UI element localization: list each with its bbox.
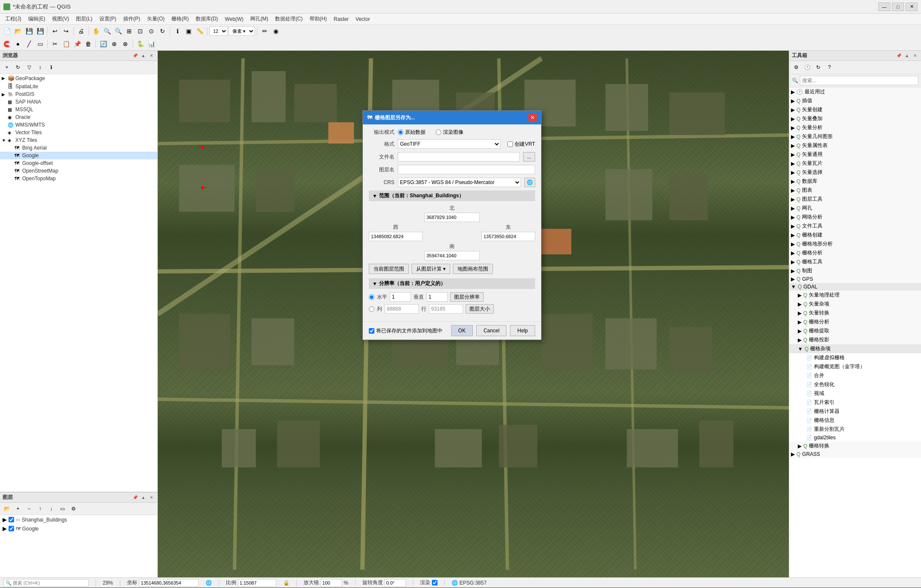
tile-size-btn[interactable]: 图层大小 xyxy=(466,304,494,314)
toolbox-vector-general[interactable]: ▶ Q 矢量通用 xyxy=(789,150,921,159)
menu-layer[interactable]: 图层(L) xyxy=(72,14,96,23)
toolbox-gdal[interactable]: ▼ Q GDAL xyxy=(789,283,921,291)
toolbox-gdal-vector-convert[interactable]: ▶ Q 矢量转换 xyxy=(789,308,921,317)
toolbox-pansharpen[interactable]: 📄 全色锐化 xyxy=(789,380,921,389)
browser-expand-btn[interactable]: ▲ xyxy=(140,52,147,59)
toolbox-build-vrt[interactable]: 📄 构建虚拟栅格 xyxy=(789,353,921,362)
menu-mesh[interactable]: 网孔(M) xyxy=(247,14,272,23)
browser-close-btn[interactable]: ✕ xyxy=(148,52,155,59)
toolbox-file-tools[interactable]: ▶ Q 文件工具 xyxy=(789,222,921,231)
south-input[interactable] xyxy=(424,251,480,260)
layers-remove-btn[interactable]: − xyxy=(24,504,34,514)
res-mode-radio[interactable] xyxy=(369,294,374,300)
toolbox-gdal-raster-extract[interactable]: ▶ Q 栅格提取 xyxy=(789,326,921,335)
tree-item-spatialite[interactable]: ▶ 🗄 SpatiaLite xyxy=(0,82,157,90)
layers-down-btn[interactable]: ↓ xyxy=(46,504,56,514)
toolbox-tile-index[interactable]: 📄 瓦片索引 xyxy=(789,398,921,407)
raw-data-radio[interactable] xyxy=(398,130,403,135)
toolbox-retile[interactable]: 📄 重新分割瓦片 xyxy=(789,425,921,434)
crs-btn[interactable]: 🌐 xyxy=(524,178,535,187)
map-area[interactable]: ➜ ➜ 🗺 栅格图层另存为... ✕ 输出模式 xyxy=(158,51,789,577)
layer-res-btn[interactable]: 图层分辨率 xyxy=(450,292,484,302)
extent-collapse-icon[interactable]: ▼ xyxy=(372,193,377,199)
north-input[interactable] xyxy=(424,213,480,222)
cut-btn[interactable]: ✂ xyxy=(50,39,60,49)
toolbox-gdal-raster-misc[interactable]: ▼ Q 栅格杂项 xyxy=(789,344,921,353)
toolbox-gdal2tiles[interactable]: 📄 gdal2tiles xyxy=(789,434,921,441)
dialog-close-btn[interactable]: ✕ xyxy=(528,113,537,122)
move-btn[interactable]: ⊕ xyxy=(109,39,119,49)
render-checkbox[interactable] xyxy=(432,580,437,585)
tree-item-mssql[interactable]: ▶ ▦ MSSQL xyxy=(0,106,157,113)
toolbox-vector-geometry[interactable]: ▶ Q 矢量几何图形 xyxy=(789,132,921,141)
rotate-btn[interactable]: 🔄 xyxy=(98,39,108,49)
vert-input[interactable] xyxy=(426,292,448,302)
layername-input[interactable] xyxy=(398,165,535,174)
add-polygon-btn[interactable]: ▭ xyxy=(35,39,45,49)
layers-expand-btn[interactable]: ▲ xyxy=(140,494,147,501)
toolbox-mesh[interactable]: ▶ Q 网孔 xyxy=(789,204,921,213)
tree-item-oracle[interactable]: ▶ ◉ Oracle xyxy=(0,113,157,121)
ok-btn[interactable]: OK xyxy=(451,325,473,336)
rendered-option[interactable]: 渲染图像 xyxy=(436,129,463,136)
tree-item-vector-tiles[interactable]: ▶ ◈ Vector Tiles xyxy=(0,129,157,136)
save-as-btn[interactable]: 💾 xyxy=(35,26,45,36)
menu-raster2[interactable]: Raster xyxy=(330,15,352,23)
raw-data-option[interactable]: 原始数据 xyxy=(398,129,426,136)
menu-processing[interactable]: 数据处理(C) xyxy=(272,14,306,23)
postgis-arrow[interactable]: ▶ xyxy=(2,92,8,97)
tree-item-osm[interactable]: ▶ 🗺 OpenStreetMap xyxy=(0,167,157,175)
rendered-radio[interactable] xyxy=(436,130,441,135)
tree-item-google[interactable]: ▶ 🗺 Google xyxy=(0,152,157,159)
paste-btn[interactable]: 📌 xyxy=(72,39,82,49)
toolbox-gdal-raster-analysis[interactable]: ▶ Q 栅格分析 xyxy=(789,317,921,326)
identify-btn[interactable]: ℹ xyxy=(172,26,182,36)
new-project-btn[interactable]: 📄 xyxy=(2,26,12,36)
toolbox-panel-controls[interactable]: 📌 ▲ ✕ xyxy=(895,52,918,59)
toolbox-refresh-btn[interactable]: ↻ xyxy=(813,62,823,72)
filename-input[interactable] xyxy=(398,152,520,161)
refresh-btn[interactable]: ↻ xyxy=(157,26,168,36)
toolbox-layer-tools[interactable]: ▶ Q 图层工具 xyxy=(789,195,921,204)
browser-refresh-btn[interactable]: ↻ xyxy=(13,62,23,72)
toolbox-gps[interactable]: ▶ Q GPS xyxy=(789,275,921,283)
toolbox-raster-terrain[interactable]: ▶ Q 栅格地形分析 xyxy=(789,239,921,248)
browser-add-btn[interactable]: + xyxy=(2,62,12,72)
help-btn[interactable]: Help xyxy=(510,325,535,336)
toolbox-gdal-raster-convert[interactable]: ▶ Q 栅格转换 xyxy=(789,441,921,450)
west-input[interactable] xyxy=(369,232,423,241)
horiz-input[interactable] xyxy=(390,292,411,302)
coord-input[interactable] xyxy=(139,579,199,587)
tree-item-xyz-tiles[interactable]: ▼ ◈ XYZ Tiles xyxy=(0,136,157,144)
redo-btn[interactable]: ↪ xyxy=(61,26,71,36)
add-to-map-checkbox[interactable] xyxy=(369,328,374,334)
node-btn[interactable]: ◉ xyxy=(271,26,281,36)
zoom-layer-btn[interactable]: ⊡ xyxy=(135,26,145,36)
toolbox-search-input[interactable] xyxy=(800,76,918,85)
menu-vector[interactable]: 矢量(O) xyxy=(144,14,168,23)
create-vrt-checkbox[interactable] xyxy=(507,141,513,147)
from-layer-btn[interactable]: 从图层计算 ▾ xyxy=(411,264,450,274)
open-project-btn[interactable]: 📂 xyxy=(13,26,23,36)
save-raster-dialog[interactable]: 🗺 栅格图层另存为... ✕ 输出模式 原始数据 xyxy=(362,110,542,340)
row-input[interactable] xyxy=(429,304,463,314)
save-project-btn[interactable]: 💾 xyxy=(24,26,34,36)
zoom-select-btn[interactable]: ⊙ xyxy=(146,26,156,36)
toolbox-grass[interactable]: ▶ Q GRASS xyxy=(789,450,921,458)
layers-group-btn[interactable]: ▭ xyxy=(57,504,67,514)
toolbox-database[interactable]: ▶ Q 数据库 xyxy=(789,177,921,186)
zoom-full-btn[interactable]: ⊞ xyxy=(124,26,134,36)
col-input[interactable] xyxy=(385,304,419,314)
menu-settings[interactable]: 设置(P) xyxy=(96,14,120,23)
toolbox-gdal-vector-geo[interactable]: ▶ Q 矢量地理处理 xyxy=(789,291,921,300)
browser-pin-btn[interactable]: 📌 xyxy=(132,52,139,59)
toolbox-history-btn[interactable]: 🕐 xyxy=(802,62,812,72)
layer-item-buildings[interactable]: ▶ ▭ Shanghai_Buildings xyxy=(0,515,157,524)
tree-item-geopackage[interactable]: ▶ 📦 GeoPackage xyxy=(0,74,157,82)
geopackage-arrow[interactable]: ▶ xyxy=(2,76,8,81)
delete-btn[interactable]: 🗑 xyxy=(83,39,93,49)
tree-item-otm[interactable]: ▶ 🗺 OpenTopoMap xyxy=(0,175,157,182)
crs-select[interactable]: EPSG:3857 - WGS 84 / Pseudo-Mercator xyxy=(398,178,521,187)
toolbox-gdal-raster-project[interactable]: ▶ Q 栅格投影 xyxy=(789,335,921,344)
toolbox-interpolation[interactable]: ▶ Q 插值 xyxy=(789,96,921,105)
